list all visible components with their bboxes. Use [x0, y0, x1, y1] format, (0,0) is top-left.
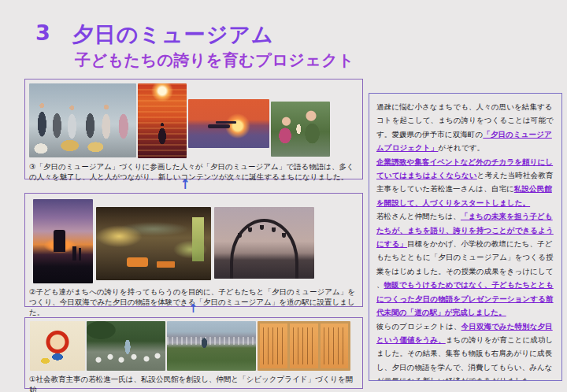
title-text: 夕日のミュージアム — [72, 20, 274, 49]
photo-children-with-icecream — [271, 102, 330, 157]
article-paragraph: 企業誘致や集客イベントなど外のチカラを頼りにしていてはまちはよくならないと考えた… — [376, 155, 554, 210]
photo-portrait-caricature — [30, 321, 85, 371]
figure-step2: ②子ども達がまちへの誇りを持ってもらうのを目的に、子どもたちと「夕日のミュージア… — [24, 193, 363, 307]
photo-vendors-group — [29, 83, 136, 157]
photo-orange-documents — [258, 321, 350, 371]
article-box: 過疎に悩む小さなまちでも、人々の思いを結集するコトを起こして、まちの誇りをつくる… — [369, 93, 562, 381]
text-run: 若松さんと仲間たちは、 — [376, 212, 461, 220]
document-page — [321, 324, 348, 368]
photo-hillside-town-view — [167, 321, 256, 371]
page: 3 夕日のミュージアム 子どもたちの誇りを育むプロジェクト ③「夕日のミュージア… — [0, 0, 567, 392]
text-run: 彼らのプロジェクトは、 — [376, 322, 461, 331]
figure-step3: ③「夕日のミュージアム」づくりに参画した人々が「夕日のミュージアム」で語る物語は… — [24, 79, 363, 179]
photo-row-step3 — [25, 80, 362, 158]
photo-row-step2 — [25, 194, 362, 283]
photo-sunset-cheering-person — [138, 83, 187, 158]
photo-sunset-over-sea — [188, 99, 269, 148]
page-subtitle: 子どもたちの誇りを育むプロジェクト — [75, 50, 354, 71]
document-page — [260, 324, 287, 368]
article-paragraph: 彼らのプロジェクトは、今日双海でみた特別な夕日という価値をうみ、まちの誇りをが育… — [376, 320, 554, 382]
up-arrow-icon: ↑ — [189, 302, 198, 314]
document-page — [290, 324, 317, 368]
up-arrow-icon: ↑ — [180, 178, 191, 191]
photo-row-step1 — [25, 318, 362, 371]
photo-dusk-lighthouse — [33, 199, 93, 283]
photo-outdoor-children-class — [87, 321, 165, 371]
article-paragraph: 若松さんと仲間たちは、「まちの未来を担う子どもたちが、まちを語り、誇りを持つこと… — [376, 209, 554, 319]
text-link[interactable]: 物販でもうけるためではなく、子どもたちとともにつくった夕日の物語をプレゼンテーシ… — [376, 280, 554, 316]
title-number: 3 — [35, 20, 51, 49]
figure-caption-step1: ①社会教育主事の若松進一氏は、私設公民館を創設し、仲間と「シビックプライド」づく… — [29, 374, 358, 392]
figure-step1: ①社会教育主事の若松進一氏は、私設公民館を創設し、仲間と「シビックプライド」づく… — [24, 317, 363, 389]
figure-caption-step3: ③「夕日のミュージアム」づくりに参画した人々が「夕日のミュージアム」で語る物語は… — [29, 161, 358, 182]
article-text: 過疎に悩む小さなまちでも、人々の思いを結集するコトを起こして、まちの誇りをつくる… — [376, 100, 554, 381]
photo-museum-interior — [96, 207, 211, 280]
photo-bell-arch-at-dusk — [214, 207, 314, 279]
page-title: 3 夕日のミュージアム — [35, 20, 274, 49]
article-paragraph: 過疎に悩む小さなまちでも、人々の思いを結集するコトを起こして、まちの誇りをつくる… — [376, 100, 554, 155]
text-run: がそれです。 — [438, 143, 484, 152]
